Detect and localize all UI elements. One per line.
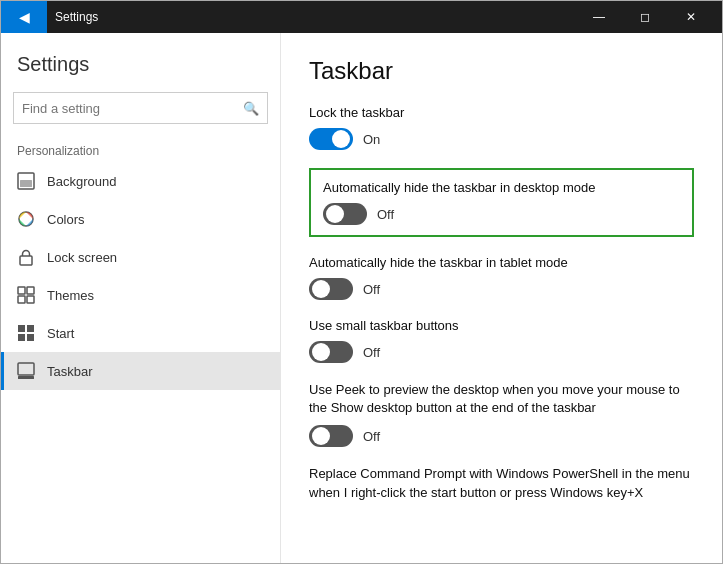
sidebar-item-themes[interactable]: Themes [1,276,280,314]
maximize-icon: ◻ [640,10,650,24]
colors-label: Colors [47,212,85,227]
hide-desktop-label: Automatically hide the taskbar in deskto… [323,180,680,195]
hide-desktop-toggle[interactable] [323,203,367,225]
setting-lock-taskbar: Lock the taskbar On [309,105,694,150]
svg-rect-6 [18,296,25,303]
hide-desktop-knob [326,205,344,223]
search-box[interactable]: 🔍 [13,92,268,124]
sidebar-item-start[interactable]: Start [1,314,280,352]
lock-taskbar-row: On [309,128,694,150]
window-controls: — ◻ ✕ [576,1,714,33]
main-content: Taskbar Lock the taskbar On Automaticall… [281,33,722,563]
sidebar-item-lockscreen[interactable]: Lock screen [1,238,280,276]
hide-desktop-state: Off [377,207,394,222]
hide-tablet-state: Off [363,282,380,297]
peek-toggle[interactable] [309,425,353,447]
taskbar-icon [17,362,35,380]
start-label: Start [47,326,74,341]
setting-hide-tablet: Automatically hide the taskbar in tablet… [309,255,694,300]
back-button[interactable]: ◀ [1,1,47,33]
setting-hide-desktop-highlighted: Automatically hide the taskbar in deskto… [309,168,694,237]
start-icon [17,324,35,342]
svg-rect-7 [27,296,34,303]
svg-rect-9 [27,325,34,332]
peek-label: Use Peek to preview the desktop when you… [309,381,694,417]
background-icon [17,172,35,190]
svg-rect-10 [18,334,25,341]
hide-tablet-row: Off [309,278,694,300]
svg-rect-12 [18,363,34,375]
page-title: Taskbar [309,57,694,85]
svg-rect-4 [18,287,25,294]
hide-tablet-knob [312,280,330,298]
hide-tablet-toggle[interactable] [309,278,353,300]
setting-small-buttons: Use small taskbar buttons Off [309,318,694,363]
themes-icon [17,286,35,304]
small-buttons-row: Off [309,341,694,363]
minimize-button[interactable]: — [576,1,622,33]
lock-taskbar-toggle[interactable] [309,128,353,150]
taskbar-label: Taskbar [47,364,93,379]
sidebar: Settings 🔍 Personalization Background [1,33,281,563]
window-title: Settings [55,10,576,24]
lockscreen-label: Lock screen [47,250,117,265]
small-buttons-state: Off [363,345,380,360]
section-label: Personalization [1,132,280,162]
peek-state: Off [363,429,380,444]
svg-rect-13 [18,376,34,379]
maximize-button[interactable]: ◻ [622,1,668,33]
search-input[interactable] [22,101,243,116]
svg-rect-1 [20,180,32,187]
svg-rect-11 [27,334,34,341]
sidebar-item-colors[interactable]: Colors [1,200,280,238]
svg-rect-3 [20,256,32,265]
background-label: Background [47,174,116,189]
small-buttons-label: Use small taskbar buttons [309,318,694,333]
lockscreen-icon [17,248,35,266]
app-title: Settings [1,33,280,84]
powershell-label: Replace Command Prompt with Windows Powe… [309,465,694,501]
close-icon: ✕ [686,10,696,24]
peek-knob [312,427,330,445]
titlebar: ◀ Settings — ◻ ✕ [1,1,722,33]
hide-desktop-row: Off [323,203,680,225]
close-button[interactable]: ✕ [668,1,714,33]
sidebar-item-taskbar[interactable]: Taskbar [1,352,280,390]
setting-powershell: Replace Command Prompt with Windows Powe… [309,465,694,501]
small-buttons-toggle[interactable] [309,341,353,363]
small-buttons-knob [312,343,330,361]
peek-row: Off [309,425,694,447]
svg-rect-5 [27,287,34,294]
setting-peek: Use Peek to preview the desktop when you… [309,381,694,447]
minimize-icon: — [593,10,605,24]
colors-icon [17,210,35,228]
lock-taskbar-state: On [363,132,380,147]
window: ◀ Settings — ◻ ✕ Settings 🔍 Persona [0,0,723,564]
hide-tablet-label: Automatically hide the taskbar in tablet… [309,255,694,270]
content-area: Settings 🔍 Personalization Background [1,33,722,563]
sidebar-item-background[interactable]: Background [1,162,280,200]
svg-rect-8 [18,325,25,332]
lock-taskbar-knob [332,130,350,148]
search-icon: 🔍 [243,101,259,116]
back-icon: ◀ [19,9,30,25]
themes-label: Themes [47,288,94,303]
lock-taskbar-label: Lock the taskbar [309,105,694,120]
